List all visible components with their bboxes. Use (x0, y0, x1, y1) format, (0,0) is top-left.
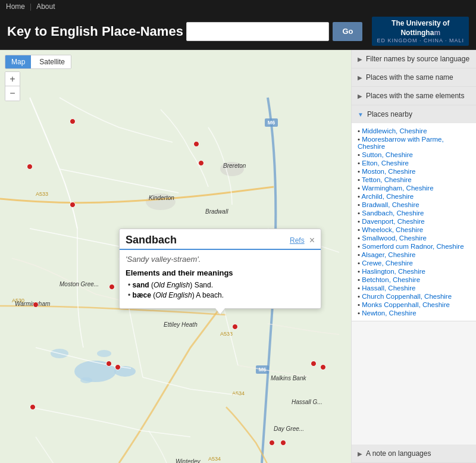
popup-elements-title: Elements and their meanings (126, 268, 315, 277)
uni-name: The University ofNottingham (377, 19, 464, 37)
svg-text:Moston Gree...: Moston Gree... (60, 281, 99, 287)
satellite-button[interactable]: Satellite (33, 55, 71, 68)
nearby-place-link[interactable]: Tetton, Cheshire (362, 176, 412, 183)
list-item: Alsager, Cheshire (358, 251, 470, 259)
nearby-place-link[interactable]: Sandbach, Cheshire (362, 209, 424, 217)
nearby-place-link[interactable]: Elton, Cheshire (362, 159, 409, 167)
nearby-place-link[interactable]: Middlewich, Cheshire (362, 127, 427, 134)
map-marker[interactable] (198, 160, 204, 166)
map-marker[interactable] (70, 118, 76, 124)
list-item: Sandbach, Cheshire (358, 209, 470, 217)
map-marker[interactable] (30, 404, 36, 410)
map-marker[interactable] (280, 440, 286, 446)
list-item: Betchton, Cheshire (358, 276, 470, 284)
nearby-place-link[interactable]: Wheelock, Cheshire (362, 226, 423, 233)
list-item: Haslington, Cheshire (358, 267, 470, 276)
map-marker[interactable] (232, 324, 238, 330)
zoom-controls: + − (5, 71, 20, 101)
list-item: Mooresbarrow with Parme, Cheshire (358, 135, 470, 151)
about-link[interactable]: About (36, 2, 55, 11)
nearby-place-link[interactable]: Warmingham, Cheshire (362, 184, 433, 192)
map-marker[interactable] (70, 202, 76, 208)
page-title: Key to English Place-Names (7, 24, 186, 39)
nearby-place-link[interactable]: Davenport, Cheshire (362, 218, 424, 225)
popup-refs-link[interactable]: Refs (290, 236, 305, 245)
nearby-place-link[interactable]: Church Coppenhall, Cheshire (362, 293, 452, 300)
nearby-place-link[interactable]: Moston, Cheshire (362, 168, 415, 175)
list-item: Elton, Cheshire (358, 159, 470, 167)
list-item: Moston, Cheshire (358, 167, 470, 176)
element-lang: Old English (155, 291, 192, 299)
popup-header: Sandbach Refs × (120, 229, 321, 250)
go-button[interactable]: Go (333, 22, 362, 41)
svg-text:M6: M6 (268, 120, 275, 126)
svg-point-5 (97, 350, 111, 357)
nearby-place-link[interactable]: Haslington, Cheshire (362, 268, 425, 275)
home-link[interactable]: Home (6, 2, 25, 11)
places-nearby-content: Middlewich, CheshireMooresbarrow with Pa… (352, 123, 476, 321)
svg-text:Ettiley Heath: Ettiley Heath (164, 321, 198, 328)
uni-sub: ED KINGDOM · CHINA · MALI (377, 37, 464, 43)
nearby-place-link[interactable]: Newton, Cheshire (362, 309, 416, 317)
map-marker[interactable] (193, 141, 199, 147)
nearby-place-link[interactable]: Mooresbarrow with Parme, Cheshire (358, 136, 444, 150)
nearby-place-link[interactable]: Bradwall, Cheshire (362, 201, 419, 208)
nearby-place-link[interactable]: Crewe, Cheshire (362, 259, 413, 267)
popup-close-button[interactable]: × (309, 236, 315, 245)
list-item: Bradwall, Cheshire (358, 201, 470, 209)
nearby-place-link[interactable]: Archild, Cheshire (362, 193, 414, 200)
note-languages-header[interactable]: ▶ A note on languages (352, 445, 476, 462)
search-input[interactable] (186, 22, 329, 41)
map-marker[interactable] (311, 361, 317, 367)
list-item: Church Coppenhall, Cheshire (358, 292, 470, 301)
nearby-place-link[interactable]: Hassall, Cheshire (362, 284, 415, 292)
popup-title: Sandbach (126, 234, 290, 246)
map-type-controls: Map Satellite (5, 55, 71, 69)
map-marker[interactable] (27, 164, 33, 170)
nearby-place-link[interactable]: Sutton, Cheshire (362, 151, 413, 158)
note-languages-section: ▶ A note on languages (352, 445, 476, 463)
same-name-section: ▶ Places with the same name (352, 68, 476, 87)
map-marker[interactable] (115, 364, 121, 370)
svg-text:Kinderton: Kinderton (149, 195, 174, 201)
svg-text:Bradwall: Bradwall (205, 208, 228, 215)
map-marker[interactable] (106, 361, 112, 367)
nearby-place-link[interactable]: Somerford cum Radnor, Cheshire (362, 243, 464, 250)
svg-text:A533: A533 (36, 191, 48, 197)
filter-names-header[interactable]: ▶ Filter names by source language (352, 50, 476, 68)
same-elements-header[interactable]: ▶ Places with the same elements (352, 87, 476, 105)
element-lang: Old English (154, 281, 190, 289)
svg-text:Brereton: Brereton (223, 162, 246, 169)
same-name-header[interactable]: ▶ Places with the same name (352, 68, 476, 86)
list-item: Sutton, Cheshire (358, 151, 470, 159)
same-elements-label: Places with the same elements (366, 92, 464, 100)
nearby-place-link[interactable]: Monks Coppenhall, Cheshire (362, 301, 450, 308)
map-button[interactable]: Map (5, 55, 31, 68)
svg-text:A534: A534 (208, 456, 221, 462)
element-word: bæce (133, 291, 151, 299)
element-definition: Sand. (195, 281, 213, 289)
zoom-in-button[interactable]: + (5, 72, 20, 86)
nearby-place-link[interactable]: Alsager, Cheshire (362, 251, 416, 258)
same-elements-section: ▶ Places with the same elements (352, 87, 476, 105)
map-area[interactable]: Map Satellite + − (0, 50, 351, 463)
list-item: Crewe, Cheshire (358, 259, 470, 267)
nearby-place-link[interactable]: Smallwood, Cheshire (362, 234, 427, 242)
map-marker[interactable] (320, 364, 326, 370)
university-logo: The University ofNottingham ED KINGDOM ·… (372, 17, 469, 46)
list-item: Davenport, Cheshire (358, 217, 470, 226)
topbar: Home | About (0, 0, 476, 13)
element-item: bæce (Old English) A beach. (128, 291, 315, 299)
places-nearby-arrow: ▼ (358, 111, 364, 118)
list-item: Tetton, Cheshire (358, 176, 470, 184)
list-item: Wheelock, Cheshire (358, 226, 470, 234)
map-marker[interactable] (33, 302, 39, 308)
svg-text:Winterley: Winterley (176, 458, 201, 463)
zoom-out-button[interactable]: − (5, 86, 20, 101)
nearby-place-link[interactable]: Betchton, Cheshire (362, 276, 420, 283)
places-nearby-header[interactable]: ▼ Places nearby (352, 105, 476, 123)
map-marker[interactable] (109, 284, 115, 290)
map-marker[interactable] (269, 440, 275, 446)
popup-meaning: 'Sandy valley-straem'. (126, 255, 315, 264)
note-languages-arrow: ▶ (358, 451, 362, 457)
